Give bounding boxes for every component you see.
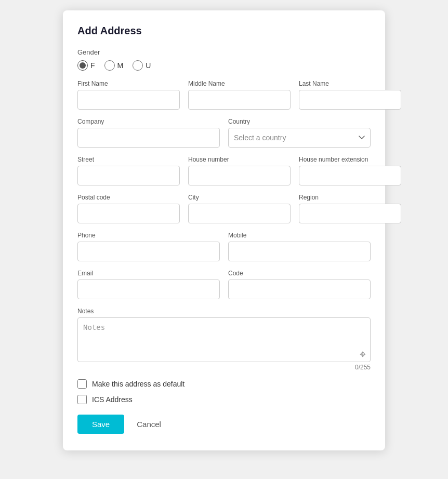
notes-wrapper: ✥	[77, 317, 371, 362]
postal-code-group: Postal code	[77, 194, 180, 223]
street-label: Street	[77, 156, 180, 163]
mobile-label: Mobile	[228, 232, 371, 239]
gender-options: F M U	[77, 60, 371, 71]
email-label: Email	[77, 270, 220, 277]
city-input[interactable]	[188, 204, 291, 223]
ics-address-label[interactable]: ICS Address	[92, 395, 133, 404]
region-input[interactable]	[299, 204, 401, 223]
postal-code-input[interactable]	[77, 204, 180, 223]
ics-address-group: ICS Address	[77, 395, 371, 404]
company-country-row: Company Country Select a country	[77, 118, 371, 148]
street-row: Street House number House number extensi…	[77, 156, 371, 185]
form-actions: Save Cancel	[77, 415, 371, 434]
name-row: First Name Middle Name Last Name	[77, 80, 371, 110]
gender-group: Gender F M U	[77, 48, 371, 71]
middle-name-input[interactable]	[188, 90, 291, 110]
house-number-ext-group: House number extension	[299, 156, 401, 185]
phone-input[interactable]	[77, 242, 220, 261]
region-group: Region	[299, 194, 401, 223]
code-label: Code	[228, 270, 371, 277]
country-group: Country Select a country	[228, 118, 371, 148]
email-group: Email	[77, 270, 220, 299]
middle-name-label: Middle Name	[188, 80, 291, 87]
code-input[interactable]	[228, 280, 371, 299]
city-group: City	[188, 194, 291, 223]
company-label: Company	[77, 118, 220, 125]
gender-radio-f[interactable]	[77, 60, 88, 71]
default-address-checkbox[interactable]	[77, 379, 87, 389]
notes-counter: 0/255	[77, 364, 371, 371]
email-input[interactable]	[77, 280, 220, 299]
save-button[interactable]: Save	[77, 415, 124, 434]
code-group: Code	[228, 270, 371, 299]
gender-label-f: F	[90, 61, 95, 70]
mobile-group: Mobile	[228, 232, 371, 261]
mobile-input[interactable]	[228, 242, 371, 261]
ics-address-checkbox[interactable]	[77, 395, 87, 404]
street-input[interactable]	[77, 166, 180, 185]
gender-label-u: U	[146, 61, 151, 70]
default-address-group: Make this address as default	[77, 379, 371, 389]
gender-option-u[interactable]: U	[133, 60, 151, 71]
gender-option-f[interactable]: F	[77, 60, 95, 71]
house-number-label: House number	[188, 156, 291, 163]
last-name-group: Last Name	[299, 80, 401, 110]
gender-option-m[interactable]: M	[104, 60, 124, 71]
phone-group: Phone	[77, 232, 220, 261]
resize-icon: ✥	[360, 350, 366, 358]
phone-mobile-row: Phone Mobile	[77, 232, 371, 261]
middle-name-group: Middle Name	[188, 80, 291, 110]
gender-radio-u[interactable]	[133, 60, 143, 71]
first-name-input[interactable]	[77, 90, 180, 110]
house-number-ext-label: House number extension	[299, 156, 401, 163]
first-name-group: First Name	[77, 80, 180, 110]
gender-label-m: M	[117, 61, 124, 70]
house-number-input[interactable]	[188, 166, 291, 185]
gender-label: Gender	[77, 48, 371, 56]
default-address-label[interactable]: Make this address as default	[92, 380, 185, 388]
notes-textarea[interactable]	[78, 318, 370, 360]
street-group: Street	[77, 156, 180, 185]
house-number-ext-input[interactable]	[299, 166, 401, 185]
postal-city-region-row: Postal code City Region	[77, 194, 371, 223]
first-name-label: First Name	[77, 80, 180, 87]
cancel-button[interactable]: Cancel	[130, 415, 167, 434]
country-label: Country	[228, 118, 371, 125]
country-select[interactable]: Select a country	[228, 128, 371, 148]
phone-label: Phone	[77, 232, 220, 239]
notes-section: Notes ✥ 0/255	[77, 308, 371, 371]
notes-label: Notes	[77, 308, 371, 315]
gender-radio-m[interactable]	[104, 60, 115, 71]
company-input[interactable]	[77, 128, 220, 148]
last-name-label: Last Name	[299, 80, 401, 87]
email-code-row: Email Code	[77, 270, 371, 299]
last-name-input[interactable]	[299, 90, 401, 110]
region-label: Region	[299, 194, 401, 201]
house-number-group: House number	[188, 156, 291, 185]
add-address-modal: Add Address Gender F M U First Name Midd…	[63, 10, 385, 450]
company-group: Company	[77, 118, 220, 148]
city-label: City	[188, 194, 291, 201]
modal-title: Add Address	[77, 25, 371, 37]
postal-code-label: Postal code	[77, 194, 180, 201]
